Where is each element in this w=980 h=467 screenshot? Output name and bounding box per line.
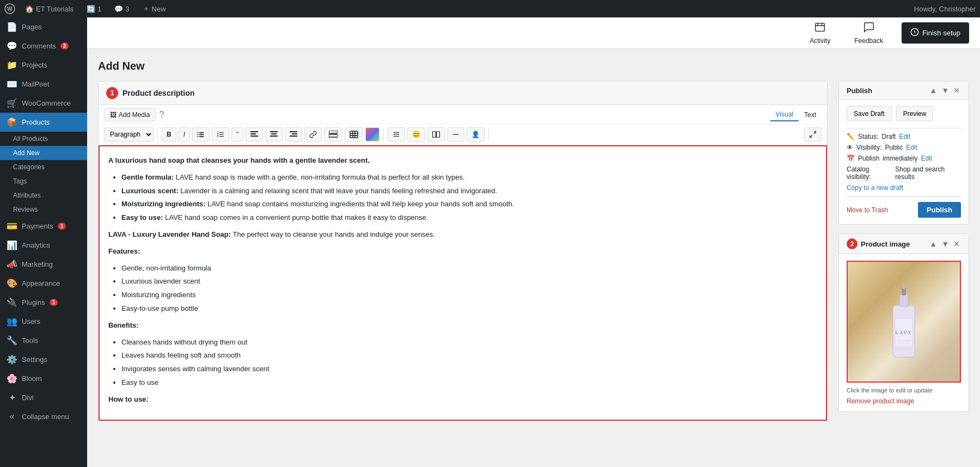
sidebar-submenu-add-new[interactable]: Add New: [0, 146, 87, 160]
product-image-collapse-btn[interactable]: ▲: [928, 239, 938, 248]
publish-box-body: Save Draft Preview ✏️ Status: Draft Edit: [839, 100, 969, 224]
adminbar-comments[interactable]: 💬 3: [111, 5, 132, 13]
sidebar-item-marketing[interactable]: 📣 Marketing: [0, 255, 87, 274]
product-image-toggle-btn[interactable]: ▼: [940, 239, 950, 248]
visual-tab[interactable]: Visual: [770, 108, 799, 121]
publish-edit-link[interactable]: Edit: [921, 155, 932, 162]
insert-row-button[interactable]: [324, 127, 342, 142]
unordered-list-button[interactable]: [192, 127, 210, 142]
sidebar-submenu-categories[interactable]: Categories: [0, 160, 87, 174]
sidebar-item-settings[interactable]: ⚙️ Settings: [0, 350, 87, 369]
copy-draft-link[interactable]: Copy to a new draft: [847, 184, 961, 192]
sidebar-submenu-all-products[interactable]: All Products: [0, 132, 87, 146]
pages-icon: 📄: [7, 22, 17, 32]
preview-button[interactable]: Preview: [896, 106, 934, 121]
mailpoet-label: MailPoet: [22, 80, 50, 88]
finish-setup-icon: [910, 27, 919, 39]
svg-rect-9: [198, 134, 199, 135]
finish-setup-button[interactable]: Finish setup: [902, 22, 969, 44]
reviews-label: Reviews: [13, 206, 38, 213]
media-help-icon[interactable]: ?: [159, 110, 164, 120]
comments-label: Comments: [22, 42, 56, 50]
svg-rect-38: [433, 132, 436, 138]
svg-text:W: W: [7, 6, 13, 12]
sidebar-submenu-attributes[interactable]: Attributes: [0, 188, 87, 202]
sidebar-item-tools[interactable]: 🔧 Tools: [0, 331, 87, 350]
adminbar-new[interactable]: ＋ New: [139, 4, 169, 14]
sidebar-item-users[interactable]: 👥 Users: [0, 312, 87, 331]
visibility-label: Visibility:: [856, 144, 881, 151]
catalog-visibility: Catalog visibility: Shop and search resu…: [847, 165, 961, 181]
svg-rect-11: [198, 136, 199, 137]
publish-close-btn[interactable]: ✕: [952, 86, 961, 95]
collapse-label: Collapse menu: [22, 413, 69, 421]
add-media-button[interactable]: 🖼 Add Media: [104, 108, 156, 121]
sidebar-submenu-reviews[interactable]: Reviews: [0, 202, 87, 217]
sidebar-item-projects[interactable]: 📁 Projects: [0, 56, 87, 75]
color-button[interactable]: [365, 127, 379, 142]
align-right-button[interactable]: [285, 127, 302, 142]
sidebar-item-bloom[interactable]: 🌸 Bloom: [0, 369, 87, 388]
svg-rect-19: [250, 131, 258, 132]
svg-rect-46: [903, 284, 905, 289]
link-button[interactable]: [304, 127, 322, 142]
move-trash-link[interactable]: Move to Trash: [847, 206, 888, 214]
align-center-button[interactable]: [265, 127, 283, 142]
horizontal-rule-button[interactable]: [447, 127, 464, 142]
svg-line-41: [813, 132, 816, 134]
comments-icon: 💬: [114, 5, 123, 13]
step-2-badge: 2: [847, 238, 857, 249]
sidebar-item-plugins[interactable]: 🔌 Plugins 1: [0, 293, 87, 312]
feedback-button[interactable]: Feedback: [849, 18, 889, 48]
smiley-button[interactable]: 😊: [407, 127, 425, 142]
paragraph-select[interactable]: Paragraph: [104, 127, 154, 142]
italic-button[interactable]: I: [179, 127, 190, 142]
sidebar-item-products[interactable]: 📦 Products: [0, 113, 87, 132]
publish-toggle-btn[interactable]: ▼: [940, 86, 950, 95]
product-image-wrapper[interactable]: LAVE: [847, 261, 961, 383]
text-tab[interactable]: Text: [799, 108, 822, 121]
person-button[interactable]: 👤: [467, 127, 485, 142]
sidebar-item-collapse[interactable]: « Collapse menu: [0, 407, 87, 426]
sidebar-item-pages[interactable]: 📄 Pages: [0, 17, 87, 36]
remove-product-image-link[interactable]: Remove product image: [847, 397, 914, 405]
page-title: Add New: [98, 60, 969, 72]
product-image-box-title: 2 Product image ▲ ▼ ✕: [839, 234, 969, 254]
table-button[interactable]: [345, 127, 363, 142]
sidebar-item-woocommerce[interactable]: 🛒 WooCommerce: [0, 94, 87, 113]
more-options-button[interactable]: [388, 127, 405, 142]
ordered-list-button[interactable]: 1.2.3.: [212, 127, 229, 142]
visibility-edit-link[interactable]: Edit: [906, 144, 917, 151]
align-left-button[interactable]: [246, 127, 263, 142]
sidebar-item-mailpoet[interactable]: ✉️ MailPoet: [0, 75, 87, 94]
adminbar-site[interactable]: 🏠 ET Tutorials: [22, 5, 77, 13]
sidebar-item-divi[interactable]: ✦ Divi: [0, 388, 87, 407]
sidebar-submenu-tags[interactable]: Tags: [0, 174, 87, 188]
projects-icon: 📁: [7, 60, 17, 70]
product-image-placeholder[interactable]: LAVE: [848, 262, 960, 382]
publish-value: immediately: [883, 155, 917, 162]
product-image-close-btn[interactable]: ✕: [952, 239, 961, 248]
step-1-badge: 1: [106, 87, 118, 99]
blockquote-button[interactable]: ": [231, 127, 243, 142]
activity-button[interactable]: Activity: [804, 18, 836, 48]
appearance-label: Appearance: [22, 279, 60, 287]
sidebar-item-analytics[interactable]: 📊 Analytics: [0, 236, 87, 255]
status-value: Draft: [881, 133, 896, 140]
bold-button[interactable]: B: [162, 127, 176, 142]
status-edit-link[interactable]: Edit: [899, 133, 910, 140]
fullscreen-button[interactable]: [804, 127, 822, 142]
columns-button[interactable]: [427, 127, 445, 142]
svg-text:3.: 3.: [217, 134, 219, 138]
adminbar-updates[interactable]: 🔄 1: [83, 5, 105, 13]
sidebar-item-comments[interactable]: 💬 Comments 3: [0, 36, 87, 56]
feedback-label: Feedback: [854, 37, 883, 45]
publish-button[interactable]: Publish: [918, 202, 961, 218]
sidebar-item-payments[interactable]: 💳 Payments 1: [0, 217, 87, 236]
save-draft-button[interactable]: Save Draft: [847, 106, 892, 121]
sidebar-item-appearance[interactable]: 🎨 Appearance: [0, 274, 87, 293]
publish-collapse-btn[interactable]: ▲: [928, 86, 938, 95]
editor-content-area[interactable]: A luxurious hand soap that cleanses your…: [99, 145, 827, 421]
divi-label: Divi: [22, 394, 34, 402]
svg-rect-7: [198, 132, 199, 133]
